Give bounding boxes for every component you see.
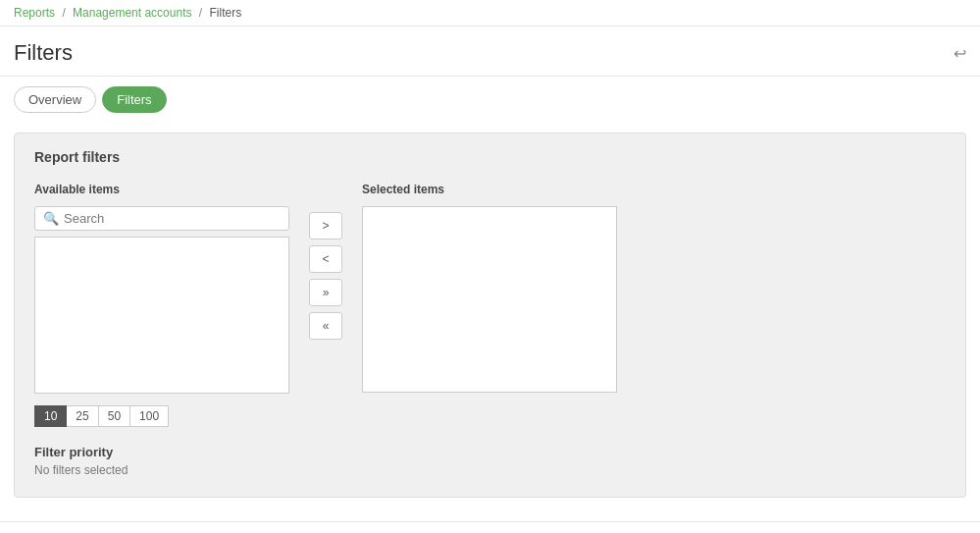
breadcrumb-mgmt-link[interactable]: Management accounts	[73, 6, 191, 20]
search-input[interactable]	[64, 211, 281, 226]
page-size-10[interactable]: 10	[34, 405, 67, 427]
tabs-container: Overview Filters	[0, 77, 980, 123]
tab-filters[interactable]: Filters	[102, 86, 166, 113]
available-section: Available items 🔍 10 25 50 100	[34, 183, 289, 427]
content-area: Report filters Available items 🔍 10 25 5…	[0, 123, 980, 511]
add-selected-button[interactable]: >	[309, 212, 342, 240]
transfer-buttons: > < » «	[309, 212, 342, 340]
remove-selected-button[interactable]: <	[309, 245, 342, 273]
available-label: Available items	[34, 183, 289, 196]
selected-section: Selected items	[362, 183, 617, 393]
breadcrumb-reports-link[interactable]: Reports	[14, 6, 55, 20]
no-filters-text: No filters selected	[34, 463, 946, 477]
selected-label: Selected items	[362, 183, 617, 196]
page-title: Filters	[14, 40, 73, 66]
breadcrumb-current: Filters	[210, 6, 242, 20]
filter-priority-label: Filter priority	[34, 445, 946, 459]
page-wrapper: Reports / Management accounts / Filters …	[0, 0, 980, 533]
breadcrumb-sep-1: /	[62, 6, 65, 20]
page-header: Filters ↩	[0, 27, 980, 77]
search-icon: 🔍	[43, 211, 59, 226]
report-filters-card: Report filters Available items 🔍 10 25 5…	[14, 133, 966, 498]
page-size-100[interactable]: 100	[129, 405, 169, 427]
breadcrumb: Reports / Management accounts / Filters	[0, 0, 980, 27]
add-all-button[interactable]: »	[309, 279, 342, 306]
available-list-box[interactable]	[34, 237, 289, 394]
tab-overview[interactable]: Overview	[14, 86, 96, 113]
pagination-btns: 10 25 50 100	[34, 405, 289, 427]
search-box[interactable]: 🔍	[34, 206, 289, 231]
back-button[interactable]: ↩	[954, 44, 966, 63]
selected-list-box[interactable]	[362, 206, 617, 393]
filters-body: Available items 🔍 10 25 50 100 >	[34, 183, 946, 427]
remove-all-button[interactable]: «	[309, 312, 342, 340]
page-size-50[interactable]: 50	[98, 405, 130, 427]
card-title: Report filters	[34, 149, 946, 165]
breadcrumb-sep-2: /	[199, 6, 202, 20]
filter-priority-section: Filter priority No filters selected	[34, 445, 946, 477]
footer-actions: Cancel Update report filters	[0, 521, 980, 533]
page-size-25[interactable]: 25	[66, 405, 98, 427]
